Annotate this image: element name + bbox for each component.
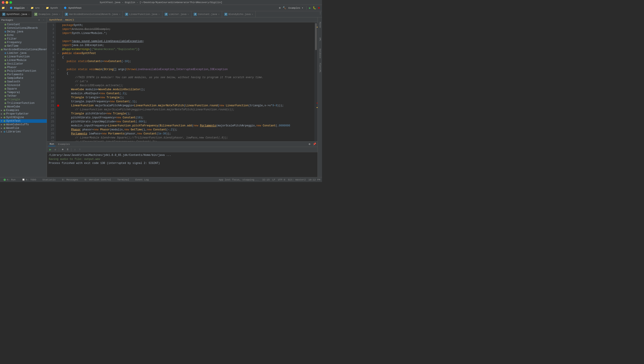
gutter-fold: ▾ ▾ xyxy=(56,22,60,141)
hardcoded-icon: J xyxy=(65,13,68,16)
minimize-button[interactable] xyxy=(6,1,8,4)
statusbar-run[interactable]: 4: Run xyxy=(2,177,18,182)
statusbar-statistic[interactable]: Statistic xyxy=(41,177,58,182)
sidebar-item-triangle[interactable]: Triangle xyxy=(0,98,47,102)
stop-button[interactable]: ■ xyxy=(317,6,321,10)
run-play-button[interactable]: ▶ xyxy=(48,148,52,152)
breadcrumb-src[interactable]: 📁 src xyxy=(29,6,41,10)
sidebar-collapse-icon[interactable]: − xyxy=(42,18,45,22)
examples-dropdown[interactable]: Examples ▾ xyxy=(287,6,305,10)
sidebar-tree: Constant ConvolutionalReverb Delay.java … xyxy=(0,23,47,177)
statusbar-vcs[interactable]: 9: Version Control xyxy=(83,177,113,182)
bottom-tab-run[interactable]: Run xyxy=(48,142,56,146)
sidebar-item-linearfunction[interactable]: LinearFunction xyxy=(0,55,47,58)
tab-examples[interactable]: J Examples.java ✕ xyxy=(32,11,63,17)
sidebar-item-trilinear[interactable]: TrilinearFunction xyxy=(0,102,47,105)
sidebar-item-tether[interactable]: Tether xyxy=(0,94,47,98)
run-button[interactable]: ▶ xyxy=(308,6,312,10)
sidebar-item-samplerate[interactable]: SampleRate xyxy=(0,76,47,80)
plantuml-icon[interactable]: PlantUML xyxy=(318,61,322,74)
tab-constant-close[interactable]: ✕ xyxy=(218,13,220,16)
tab-limiter[interactable]: J Limiter.java ✕ xyxy=(162,11,191,17)
tab-linearfunction[interactable]: J LinearFunction.java ✕ xyxy=(123,11,162,17)
bottom-tab-examples[interactable]: Examples xyxy=(57,142,71,146)
sidebar-item-convolutionalreverb[interactable]: ConvolutionalReverb xyxy=(0,26,47,30)
statusbar-messages[interactable]: 0: Messages xyxy=(60,177,80,182)
sidebar-item-phasor[interactable]: Phasor xyxy=(0,66,47,69)
tab-more-icon[interactable]: ⋮ xyxy=(318,11,322,15)
scroll-indicator[interactable] xyxy=(314,22,318,141)
tab-synthtest[interactable]: J SynthTest.java ✕ xyxy=(0,11,32,17)
scroll-thumb[interactable] xyxy=(315,23,317,50)
linenum-24: 24 xyxy=(47,116,56,120)
code-line-23: Triangle pitchVibrato=new Triangle(); xyxy=(60,112,314,116)
run-up-button[interactable]: ↑ xyxy=(78,148,82,152)
sidebar-item-oscillator[interactable]: Oscillator xyxy=(0,62,47,66)
sidebar-item-frequency[interactable]: Frequency xyxy=(0,41,47,44)
sidebar-item-wavecube[interactable]: WaveCube xyxy=(0,105,47,108)
run-stop-button[interactable]: ■ xyxy=(61,148,65,152)
tab-blendyecho[interactable]: J BlendyEcho.java ✕ xyxy=(222,11,256,17)
tab-linearfunction-close[interactable]: ✕ xyxy=(158,13,160,16)
sidebar-item-sinusoid[interactable]: Sinusoid xyxy=(0,84,47,87)
sidebar-item-linearmodule[interactable]: LinearModule xyxy=(0,58,47,62)
toolbar-build-icon[interactable]: 🔨 xyxy=(282,6,286,10)
tab-hardcoded-close[interactable]: ✕ xyxy=(119,13,120,16)
run-pause-button[interactable]: ⏸ xyxy=(66,148,70,152)
code-line-8: public class SynthTest xyxy=(60,51,314,56)
sidebar-item-examples[interactable]: ▶ Examples xyxy=(0,108,47,112)
sidebar-item-delay[interactable]: Delay.java xyxy=(0,30,47,34)
statusbar-eventlog[interactable]: Event Log xyxy=(134,177,150,182)
sidebar-item-echo[interactable]: Echo xyxy=(0,34,47,37)
sidebar-item-portamento[interactable]: Portamento xyxy=(0,73,47,76)
sidebar-item-synthengine[interactable]: ▶ SynthEngine xyxy=(0,116,47,119)
maximize-button[interactable] xyxy=(10,1,12,4)
code-line-17: WaveCube modulin=WaveCube.modulinOscilla… xyxy=(60,88,314,92)
sidebar-item-gettime[interactable]: GetTime xyxy=(0,44,47,48)
bottom-pin-icon[interactable]: 📌 xyxy=(313,142,316,146)
run-down-button[interactable]: ↓ xyxy=(73,148,77,152)
tab-hardcoded[interactable]: J HardcodedConvolutionalReverb.java ✕ xyxy=(63,11,123,17)
tab-limiter-close[interactable]: ✕ xyxy=(188,13,189,16)
bottom-settings-icon[interactable]: ⚙ xyxy=(308,142,311,146)
sidebar-item-synthtest[interactable]: ▼ SynthTest xyxy=(0,119,47,123)
sidebar-item-polylinear[interactable]: PolylinearFunction xyxy=(0,69,47,73)
sidebar-item-square[interactable]: Square xyxy=(0,87,47,91)
maven-icon[interactable]: Maven xyxy=(318,18,322,32)
sidebar-item-sawtooth[interactable]: Sawtooth xyxy=(0,80,47,84)
breadcrumb-digilin[interactable]: 🔷 Digilin xyxy=(8,6,26,10)
run-reload-button[interactable]: ↺ xyxy=(53,148,57,152)
code-line-5: import javax.sound.sampled.LineUnavailab… xyxy=(60,39,314,43)
toolbar-settings-icon[interactable]: ⚙ xyxy=(278,6,282,10)
debug-button[interactable]: 🐛 xyxy=(313,6,316,10)
statusbar-todo[interactable]: 🔲 6: TODO xyxy=(20,177,38,182)
sidebar-item-hardcoded[interactable]: HardcodedConvolutionalReverb xyxy=(0,48,47,51)
bottom-panel: Run Examples ⚙ 📌 ▶ ↺ ■ ⏸ ↓ ↑ /Library/Ja… xyxy=(47,141,318,177)
sidebar-item-temporal[interactable]: Temporal xyxy=(0,91,47,94)
titlebar: SynthTest.java - Digilin - [~/Desktop/Ry… xyxy=(0,0,322,5)
close-button[interactable] xyxy=(2,1,5,4)
terminal-label: Terminal xyxy=(117,178,129,181)
sidebar-item-wavecubestuffs[interactable]: ▶ WaveCubestuffs xyxy=(0,123,47,126)
tab-constant[interactable]: J Constant.java ✕ xyxy=(191,11,222,17)
tab-synthtest-close[interactable]: ✕ xyxy=(28,13,30,16)
tab-examples-close[interactable]: ✕ xyxy=(59,13,60,16)
database-icon[interactable]: Database xyxy=(318,47,322,60)
uml-icon[interactable]: UML xyxy=(318,32,322,46)
sidebar-settings-icon[interactable]: ⚙ xyxy=(37,18,41,22)
breadcrumb-synthtest[interactable]: 🔷 SynthTest xyxy=(62,6,83,10)
sidebar-item-libraries[interactable]: ▶ Libraries xyxy=(0,130,47,134)
code-editor[interactable]: 1 2 3 4 5 6 7 8 9 10 11 12 13 14 15 16 1… xyxy=(47,22,318,141)
code-content[interactable]: package Synth; import Arduino.BasicLEDEx… xyxy=(60,22,314,141)
file-dot-icon xyxy=(5,31,6,32)
toolbar-icon-packages[interactable]: 📁 xyxy=(1,6,5,10)
breadcrumb-synth[interactable]: 📁 Synth xyxy=(45,6,59,10)
sidebar-item-wavefile[interactable]: ▶ WaveFile xyxy=(0,126,47,130)
code-line-16: // BasicLEDExample.activate(); xyxy=(60,84,314,88)
sidebar-item-propertygetter[interactable]: ▶ PropertyGetter xyxy=(0,112,47,116)
sidebar-item-filter[interactable]: Filter xyxy=(0,37,47,41)
statusbar-terminal[interactable]: Terminal xyxy=(116,177,131,182)
tab-blendyecho-close[interactable]: ✕ xyxy=(252,13,253,16)
sidebar-item-limiter[interactable]: Limiter.java xyxy=(0,51,47,55)
sidebar-item-constant[interactable]: Constant xyxy=(0,23,47,26)
